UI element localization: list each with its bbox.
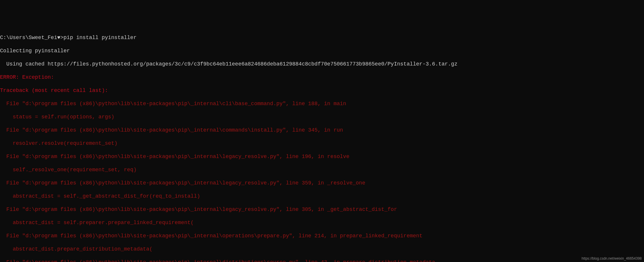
- traceback-line: File "d:\program files (x86)\python\lib\…: [0, 233, 644, 239]
- traceback-line: resolver.resolve(requirement_set): [0, 140, 644, 147]
- traceback-line: status = self.run(options, args): [0, 114, 644, 120]
- traceback-line: abstract_dist.prepare_distribution_metad…: [0, 246, 644, 253]
- traceback-line: File "d:\program files (x86)\python\lib\…: [0, 180, 644, 187]
- traceback-line: File "d:\program files (x86)\python\lib\…: [0, 127, 644, 134]
- traceback-line: File "d:\program files (x86)\python\lib\…: [0, 206, 644, 213]
- cached-line: Using cached https://files.pythonhosted.…: [0, 61, 644, 68]
- traceback-header: Traceback (most recent call last):: [0, 87, 644, 94]
- traceback-line: self._resolve_one(requirement_set, req): [0, 167, 644, 173]
- collecting-line: Collecting pyinstaller: [0, 48, 644, 54]
- traceback-line: abstract_dist = self._get_abstract_dist_…: [0, 193, 644, 200]
- error-header: ERROR: Exception:: [0, 74, 644, 81]
- traceback-line: File "d:\program files (x86)\python\lib\…: [0, 153, 644, 160]
- terminal-output[interactable]: C:\Users\Sweet_Fei♥>pip install pyinstal…: [0, 28, 644, 262]
- prompt-line: C:\Users\Sweet_Fei♥>pip install pyinstal…: [0, 34, 644, 41]
- traceback-line: File "d:\program files (x86)\python\lib\…: [0, 259, 644, 262]
- watermark-text: https://blog.csdn.net/weixin_46654398: [582, 256, 642, 261]
- traceback-line: File "d:\program files (x86)\python\lib\…: [0, 100, 644, 107]
- traceback-line: abstract_dist = self.preparer.prepare_li…: [0, 219, 644, 226]
